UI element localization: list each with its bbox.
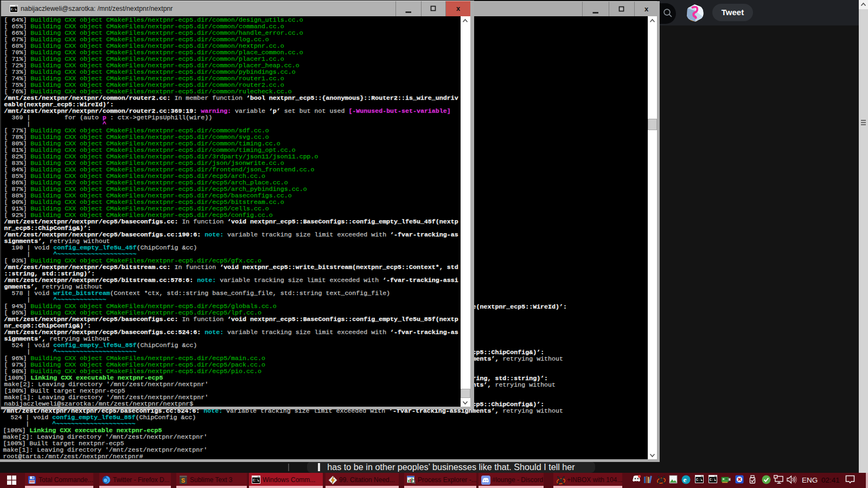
svg-text:e: e [684, 476, 687, 484]
svg-text:C:\: C:\ [253, 479, 259, 483]
svg-text:C:\: C:\ [11, 8, 17, 11]
svg-text:S: S [181, 477, 185, 484]
svg-text:C:\: C:\ [710, 478, 716, 482]
svg-text:C:\: C:\ [696, 478, 703, 482]
